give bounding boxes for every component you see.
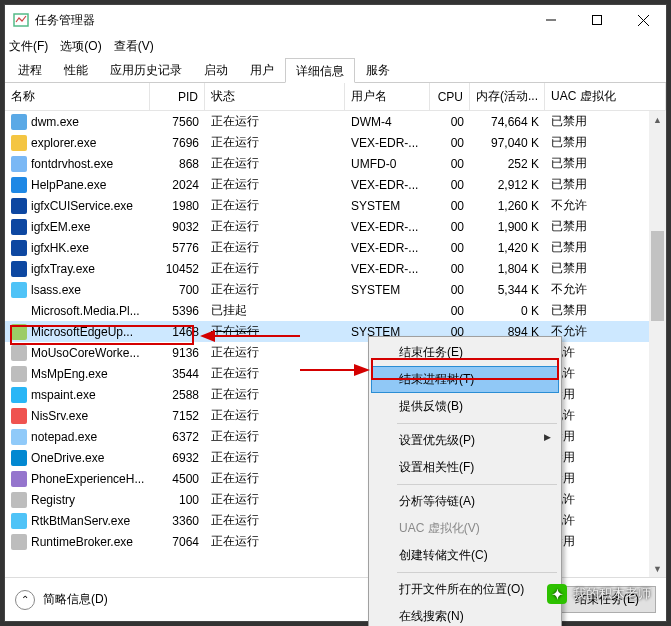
table-row[interactable]: NisSrv.exe7152正在运行允许 — [5, 405, 666, 426]
table-row[interactable]: MoUsoCoreWorke...9136正在运行允许 — [5, 342, 666, 363]
menu-file[interactable]: 文件(F) — [9, 38, 48, 55]
cell: 00 — [430, 300, 470, 321]
cell — [345, 300, 430, 321]
cell: 7696 — [150, 132, 205, 153]
menu-item[interactable]: 创建转储文件(C) — [371, 542, 559, 569]
col-pid[interactable]: PID — [150, 83, 205, 110]
tab-6[interactable]: 服务 — [355, 57, 401, 82]
app-icon — [13, 12, 29, 28]
table-row[interactable]: fontdrvhost.exe868正在运行UMFD-000252 K已禁用 — [5, 153, 666, 174]
simple-view-link[interactable]: 简略信息(D) — [43, 591, 108, 608]
maximize-button[interactable] — [574, 5, 620, 35]
process-icon — [11, 303, 27, 319]
cell: 允许 — [545, 405, 666, 426]
cell: DWM-4 — [345, 111, 430, 132]
titlebar[interactable]: 任务管理器 — [5, 5, 666, 35]
tab-bar: 进程性能应用历史记录启动用户详细信息服务 — [5, 57, 666, 83]
table-row[interactable]: PhoneExperienceH...4500正在运行禁用 — [5, 468, 666, 489]
cell: 正在运行 — [205, 426, 345, 447]
cell: RtkBtManServ.exe — [5, 510, 150, 531]
cell: 00 — [430, 195, 470, 216]
cell: igfxCUIService.exe — [5, 195, 150, 216]
cell: 正在运行 — [205, 174, 345, 195]
scroll-down-icon[interactable]: ▼ — [649, 560, 666, 577]
tab-0[interactable]: 进程 — [7, 57, 53, 82]
process-icon — [11, 282, 27, 298]
menu-view[interactable]: 查看(V) — [114, 38, 154, 55]
cell: 已禁用 — [545, 237, 666, 258]
cell: NisSrv.exe — [5, 405, 150, 426]
cell: igfxTray.exe — [5, 258, 150, 279]
table-row[interactable]: notepad.exe6372正在运行禁用 — [5, 426, 666, 447]
menu-item[interactable]: 设置相关性(F) — [371, 454, 559, 481]
tab-2[interactable]: 应用历史记录 — [99, 57, 193, 82]
col-uac[interactable]: UAC 虚拟化 — [545, 83, 666, 110]
cell: mspaint.exe — [5, 384, 150, 405]
expand-icon[interactable]: ⌃ — [15, 590, 35, 610]
cell: 允许 — [545, 363, 666, 384]
menu-item[interactable]: 分析等待链(A) — [371, 488, 559, 515]
cell: 已禁用 — [545, 258, 666, 279]
table-row[interactable]: dwm.exe7560正在运行DWM-40074,664 K已禁用 — [5, 111, 666, 132]
col-user[interactable]: 用户名 — [345, 83, 430, 110]
menu-item[interactable]: 结束进程树(T) — [371, 366, 559, 393]
tab-4[interactable]: 用户 — [239, 57, 285, 82]
table-row[interactable]: RtkBtManServ.exe3360正在运行允许 — [5, 510, 666, 531]
close-button[interactable] — [620, 5, 666, 35]
table-row[interactable]: OneDrive.exe6932正在运行禁用 — [5, 447, 666, 468]
cell: Registry — [5, 489, 150, 510]
col-cpu[interactable]: CPU — [430, 83, 470, 110]
tab-5[interactable]: 详细信息 — [285, 58, 355, 83]
table-row[interactable]: RuntimeBroker.exe7064正在运行禁用 — [5, 531, 666, 552]
menu-item[interactable]: 结束任务(E) — [371, 339, 559, 366]
menu-options[interactable]: 选项(O) — [60, 38, 101, 55]
cell: 正在运行 — [205, 279, 345, 300]
minimize-button[interactable] — [528, 5, 574, 35]
vertical-scrollbar[interactable]: ▲ ▼ — [649, 111, 666, 577]
col-mem[interactable]: 内存(活动... — [470, 83, 545, 110]
process-icon — [11, 408, 27, 424]
cell: 2024 — [150, 174, 205, 195]
table-row[interactable]: HelpPane.exe2024正在运行VEX-EDR-...002,912 K… — [5, 174, 666, 195]
table-row[interactable]: igfxTray.exe10452正在运行VEX-EDR-...001,804 … — [5, 258, 666, 279]
table-row[interactable]: Registry100正在运行允许 — [5, 489, 666, 510]
table-row[interactable]: MsMpEng.exe3544正在运行允许 — [5, 363, 666, 384]
cell: 00 — [430, 111, 470, 132]
process-icon — [11, 261, 27, 277]
cell: 00 — [430, 132, 470, 153]
tab-1[interactable]: 性能 — [53, 57, 99, 82]
cell: MsMpEng.exe — [5, 363, 150, 384]
cell: 正在运行 — [205, 111, 345, 132]
context-menu[interactable]: 结束任务(E)结束进程树(T)提供反馈(B)设置优先级(P)设置相关性(F)分析… — [368, 336, 562, 626]
table-row[interactable]: explorer.exe7696正在运行VEX-EDR-...0097,040 … — [5, 132, 666, 153]
table-row[interactable]: igfxEM.exe9032正在运行VEX-EDR-...001,900 K已禁… — [5, 216, 666, 237]
process-icon — [11, 513, 27, 529]
menu-item[interactable]: 设置优先级(P) — [371, 427, 559, 454]
table-row[interactable]: igfxHK.exe5776正在运行VEX-EDR-...001,420 K已禁… — [5, 237, 666, 258]
process-list[interactable]: dwm.exe7560正在运行DWM-40074,664 K已禁用explore… — [5, 111, 666, 577]
cell: 2,912 K — [470, 174, 545, 195]
process-icon — [11, 534, 27, 550]
cell: VEX-EDR-... — [345, 174, 430, 195]
wechat-icon: ✦ — [547, 584, 567, 604]
menu-item[interactable]: 提供反馈(B) — [371, 393, 559, 420]
cell: VEX-EDR-... — [345, 216, 430, 237]
menu-item[interactable]: 在线搜索(N) — [371, 603, 559, 626]
watermark: ✦ 我的积木老师 — [547, 584, 651, 604]
col-status[interactable]: 状态 — [205, 83, 345, 110]
table-row[interactable]: mspaint.exe2588正在运行禁用 — [5, 384, 666, 405]
tab-3[interactable]: 启动 — [193, 57, 239, 82]
table-row[interactable]: Microsoft.Media.Pl...5396已挂起000 K已禁用 — [5, 300, 666, 321]
cell: 9136 — [150, 342, 205, 363]
col-name[interactable]: 名称 — [5, 83, 150, 110]
table-row[interactable]: MicrosoftEdgeUp...1468正在运行SYSTEM00894 K不… — [5, 321, 666, 342]
scroll-thumb[interactable] — [651, 231, 664, 321]
menu-item[interactable]: 打开文件所在的位置(O) — [371, 576, 559, 603]
table-row[interactable]: lsass.exe700正在运行SYSTEM005,344 K不允许 — [5, 279, 666, 300]
table-row[interactable]: igfxCUIService.exe1980正在运行SYSTEM001,260 … — [5, 195, 666, 216]
cell: 5,344 K — [470, 279, 545, 300]
cell: 正在运行 — [205, 405, 345, 426]
scroll-up-icon[interactable]: ▲ — [649, 111, 666, 128]
cell: 700 — [150, 279, 205, 300]
cell: VEX-EDR-... — [345, 237, 430, 258]
